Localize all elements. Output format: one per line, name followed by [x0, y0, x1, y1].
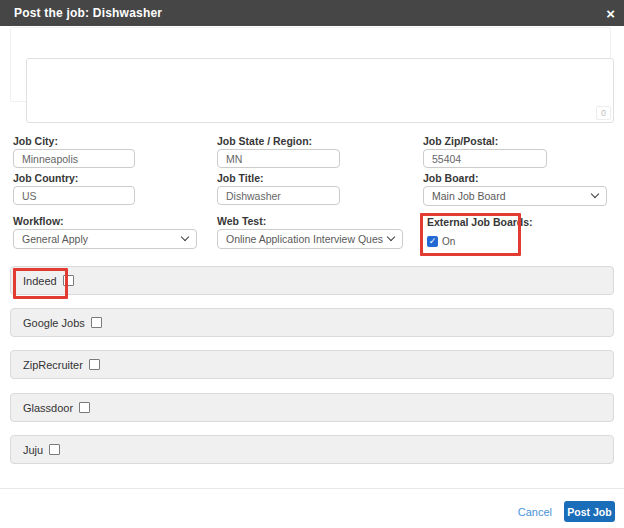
board-bar-indeed[interactable]: Indeed — [10, 266, 614, 295]
ziprecruiter-checkbox[interactable] — [89, 359, 100, 370]
job-zip-input[interactable] — [423, 149, 547, 168]
chevron-down-icon — [591, 190, 599, 198]
modal-title: Post the job: Dishwasher — [0, 6, 162, 20]
job-city-label: Job City: — [13, 135, 135, 149]
chevron-down-icon — [387, 233, 395, 241]
web-test-select[interactable]: Online Application Interview Question — [217, 229, 403, 249]
job-state-label: Job State / Region: — [217, 135, 340, 149]
board-bar-juju[interactable]: Juju — [10, 435, 614, 464]
modal-header: Post the job: Dishwasher × — [0, 0, 624, 26]
cancel-link[interactable]: Cancel — [518, 506, 552, 518]
board-bar-glassdoor[interactable]: Glassdoor — [10, 393, 614, 422]
field-job-board: Job Board: Main Job Board — [423, 172, 607, 206]
board-label: Indeed — [23, 275, 57, 287]
board-bar-ziprecruiter[interactable]: ZipRecruiter — [10, 350, 614, 379]
job-state-input[interactable] — [217, 149, 340, 168]
job-title-label: Job Title: — [217, 172, 340, 186]
chevron-down-icon — [181, 233, 189, 241]
board-label: Juju — [23, 444, 43, 456]
field-job-city: Job City: — [13, 135, 135, 168]
board-label: ZipRecruiter — [23, 359, 83, 371]
workflow-selected-value: General Apply — [22, 233, 177, 245]
field-job-title: Job Title: — [217, 172, 340, 205]
board-label: Google Jobs — [23, 317, 85, 329]
field-job-zip: Job Zip/Postal: — [423, 135, 547, 168]
post-job-button[interactable]: Post Job — [564, 501, 615, 522]
google-jobs-checkbox[interactable] — [91, 317, 102, 328]
footer-divider — [0, 488, 624, 489]
job-country-input[interactable] — [13, 186, 135, 205]
workflow-label: Workflow: — [13, 215, 197, 229]
web-test-label: Web Test: — [217, 215, 403, 229]
job-zip-label: Job Zip/Postal: — [423, 135, 547, 149]
job-description-textarea[interactable]: 0 — [26, 58, 614, 123]
job-title-input[interactable] — [217, 186, 340, 205]
field-job-country: Job Country: — [13, 172, 135, 205]
indeed-checkbox[interactable] — [63, 275, 74, 286]
board-bar-google-jobs[interactable]: Google Jobs — [10, 308, 614, 337]
job-description-editor: 0 — [10, 27, 611, 102]
external-job-boards-checkbox[interactable]: ✓ — [427, 236, 438, 247]
web-test-selected-value: Online Application Interview Question — [226, 233, 383, 245]
job-board-selected-value: Main Job Board — [432, 190, 587, 202]
field-web-test: Web Test: Online Application Interview Q… — [217, 215, 403, 249]
character-counter: 0 — [596, 106, 611, 120]
glassdoor-checkbox[interactable] — [79, 402, 90, 413]
job-board-label: Job Board: — [423, 172, 607, 186]
job-country-label: Job Country: — [13, 172, 135, 186]
board-label: Glassdoor — [23, 402, 73, 414]
field-job-state: Job State / Region: — [217, 135, 340, 168]
external-job-boards-label: External Job Boards: — [427, 216, 533, 230]
field-workflow: Workflow: General Apply — [13, 215, 197, 249]
close-icon[interactable]: × — [606, 0, 615, 26]
external-job-boards-on-label: On — [442, 236, 455, 247]
job-board-select[interactable]: Main Job Board — [423, 186, 607, 206]
workflow-select[interactable]: General Apply — [13, 229, 197, 249]
job-city-input[interactable] — [13, 149, 135, 168]
field-external-job-boards: External Job Boards: ✓ On — [427, 216, 533, 247]
juju-checkbox[interactable] — [49, 444, 60, 455]
